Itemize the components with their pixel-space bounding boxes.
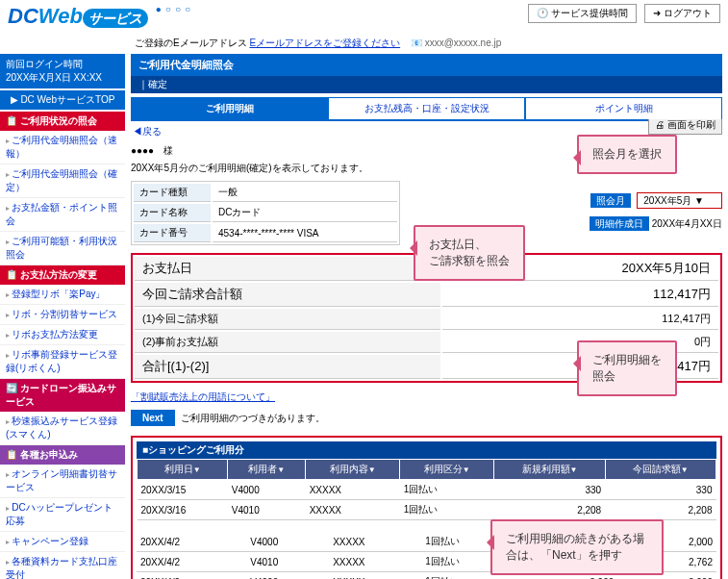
sidebar-item[interactable]: リボお支払方法変更 [0,325,125,345]
sidebar-item[interactable]: お支払金額・ポイント照会 [0,198,125,232]
col-user[interactable]: 利用者▼ [228,460,306,480]
annotation-month: 照会月を選択 [577,135,677,174]
col-type[interactable]: 利用区分▼ [400,460,494,480]
logout-button[interactable]: ➜ ログアウト [644,4,720,23]
sidebar-item[interactable]: 登録型リボ「楽Pay」 [0,285,125,305]
email-row: ご登録のEメールアドレス Eメールアドレスをご登録ください 📧 xxxx@xxx… [0,33,728,54]
sidebar-item[interactable]: オンライン明細書切替サービス [0,465,125,498]
next-button[interactable]: Next [131,410,175,426]
annotation-detail: ご利用明細を 照会 [577,340,677,396]
col-date[interactable]: 利用日▼ [138,460,228,480]
sidebar-item[interactable]: リボ事前登録サービス登録(リボくん) [0,345,125,379]
sidebar-header-loan: 🔄 カードローン振込みサービス [0,379,125,412]
month-select[interactable]: 20XX年5月 ▼ [637,192,722,209]
terms-link[interactable]: 「割賦販売法上の用語について」 [131,391,275,402]
page-subtitle: ｜確定 [131,76,722,93]
tab-point[interactable]: ポイント明細 [525,97,722,119]
tab-bar: ご利用明細 お支払残高・口座・設定状況 ポイント明細 [131,97,722,121]
col-bill[interactable]: 今回請求額▼ [605,460,715,480]
sidebar-item[interactable]: ご利用可能額・利用状況照会 [0,232,125,265]
sidebar-header-usage: 📋 ご利用状況の照会 [0,112,125,131]
sidebar-item[interactable]: DCハッピープレゼント応募 [0,498,125,532]
tab-detail[interactable]: ご利用明細 [131,97,328,119]
table-row: 20XX/3/15V4000XXXXX1回払い330330 [138,480,716,500]
col-new[interactable]: 新規利用額▼ [494,460,605,480]
detail-table: 利用日▼ 利用者▼ 利用内容▼ 利用区分▼ 新規利用額▼ 今回請求額▼ 20XX… [137,459,716,520]
detail-head: ■ショッピングご利用分 [137,441,716,459]
sidebar-header-payment: 📋 お支払方法の変更 [0,265,125,285]
detail-date-value: 20XX年4月XX日 [652,218,722,229]
month-label: 照会月 [590,193,631,208]
email-register-link[interactable]: Eメールアドレスをご登録ください [249,38,400,48]
logo: DCWebサービス [8,4,148,29]
sidebar-item[interactable]: ご利用代金明細照会（確定） [0,164,125,198]
service-time-button[interactable]: 🕐 サービス提供時間 [528,4,637,23]
sidebar-item[interactable]: ご利用代金明細照会（速報） [0,131,125,164]
sidebar-item[interactable]: キャンペーン登録 [0,532,125,552]
annotation-summary: お支払日、 ご請求額を照会 [414,225,525,281]
sidebar-item[interactable]: 秒速振込みサービス登録(スマくん) [0,412,125,445]
step-dots: ●○○○ [156,4,521,14]
annotation-next: ご利用明細の続きがある場合は、「Next」を押す [490,519,664,575]
sidebar: 前回ログイン時間20XX年X月X日 XX:XX ▶ DC WebサービスTOP … [0,54,125,579]
sidebar-top-button[interactable]: ▶ DC WebサービスTOP [0,90,125,110]
month-selector-row: 照会月 20XX年5月 ▼ [590,194,723,208]
sidebar-item[interactable]: 各種資料カード支払口座受付 [0,552,125,579]
detail-date-row: 明細作成日 20XX年4月XX日 [590,217,722,231]
next-text: ご利用明細のつづきがあります。 [181,413,325,423]
sidebar-item[interactable]: リボ・分割切替サービス [0,305,125,325]
col-content[interactable]: 利用内容▼ [306,460,400,480]
detail-date-label: 明細作成日 [590,216,649,231]
sidebar-header-apply: 📋 各種お申込み [0,445,125,465]
card-info-table: カード種類一般 カード名称DCカード カード番号4534-****-****-*… [131,181,400,245]
last-login: 前回ログイン時間20XX年X月X日 XX:XX [0,54,125,88]
page-title: ご利用代金明細照会 [131,54,722,76]
email-masked: 📧 xxxx@xxxxx.ne.jp [411,38,501,48]
tab-balance[interactable]: お支払残高・口座・設定状況 [328,97,525,119]
table-row: 20XX/3/16V4010XXXXX1回払い2,2082,208 [138,500,716,520]
